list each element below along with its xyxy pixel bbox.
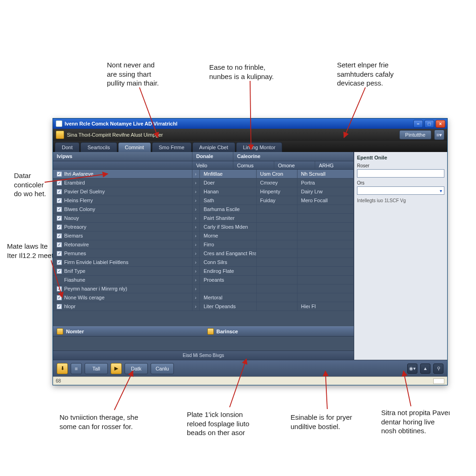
col-details[interactable]: Donale bbox=[192, 152, 233, 161]
row-name-text: Firrn Envide Liabiel Feiitlens bbox=[64, 259, 128, 265]
cell-details: Conn Silrs bbox=[200, 258, 257, 266]
titlebar[interactable]: Ivenn Rcle Comck Notamye Live AD Virratr… bbox=[53, 119, 447, 129]
cell-name: ✓Hleins Flerry bbox=[53, 196, 192, 205]
field-roser-input[interactable] bbox=[357, 169, 444, 178]
row-checkbox[interactable]: ✓ bbox=[57, 251, 62, 256]
table-row[interactable]: Fiashune›Proeants bbox=[53, 276, 354, 284]
table-row[interactable]: ✓Erambird›DoerCmxreyPortra bbox=[53, 178, 354, 187]
expand-icon[interactable]: › bbox=[192, 258, 200, 266]
cell-details: Sath bbox=[200, 196, 257, 205]
expand-icon[interactable]: › bbox=[192, 276, 200, 284]
bb-icon-1[interactable]: ⬇ bbox=[57, 363, 68, 374]
expand-icon[interactable]: › bbox=[192, 240, 200, 249]
bb-tally[interactable]: Tall bbox=[85, 363, 108, 374]
bb-icon-2[interactable]: ≡ bbox=[71, 363, 82, 374]
field-ors-input[interactable]: ▾ bbox=[357, 186, 444, 195]
table-row[interactable]: ✓Bnif Type›Endirog Flate bbox=[53, 267, 354, 276]
tab-linting-montor[interactable]: Linting Montor bbox=[236, 142, 283, 152]
table-row[interactable]: ✓Naouy›Pairt Shaniter bbox=[53, 214, 354, 223]
expand-icon[interactable]: › bbox=[192, 267, 200, 275]
expand-icon[interactable]: › bbox=[192, 170, 200, 178]
table-row[interactable]: ✓Blwes Colony›Barhurna Escile bbox=[53, 205, 354, 214]
bb-mini-2[interactable]: ▲ bbox=[420, 364, 430, 374]
table-subheader: Veilo Cornus Omone ARHG bbox=[53, 161, 354, 170]
table-row[interactable]: ✓Peymn haaner i Minrrrg nly)› bbox=[53, 284, 354, 293]
subcol-cornus[interactable]: Cornus bbox=[233, 161, 274, 169]
header-dropdown-button[interactable]: ≡▾ bbox=[434, 130, 444, 140]
row-checkbox[interactable]: ✓ bbox=[57, 180, 62, 185]
row-checkbox[interactable]: ✓ bbox=[57, 207, 62, 212]
table-row[interactable]: ✓Pavier Del Suelny›HananHinpentyDairy Lr… bbox=[53, 187, 354, 196]
bb-mini-1[interactable]: ◉▾ bbox=[407, 364, 417, 374]
table-row[interactable]: ✓Retonavire›Firro bbox=[53, 240, 354, 249]
expand-icon[interactable]: › bbox=[192, 187, 200, 196]
expand-icon[interactable]: › bbox=[192, 214, 200, 222]
section-nomter[interactable]: Nomter bbox=[53, 326, 204, 337]
row-checkbox[interactable]: ✓ bbox=[57, 198, 62, 203]
table-row[interactable]: ✓Biemars›Morne bbox=[53, 231, 354, 240]
cell-also bbox=[298, 267, 354, 275]
row-name-text: None Wils cerage bbox=[64, 295, 105, 300]
bb-cancel[interactable]: Canlu bbox=[151, 363, 174, 374]
bb-mini-3[interactable]: ⚲ bbox=[433, 364, 443, 374]
row-checkbox[interactable]: ✓ bbox=[57, 216, 62, 221]
expand-icon[interactable]: › bbox=[192, 284, 200, 293]
tab-seartocils[interactable]: Seartocils bbox=[80, 142, 117, 152]
expand-icon[interactable]: › bbox=[192, 231, 200, 240]
table-row[interactable]: ✓Pernunes›Cres and Eanganct Rratirc bbox=[53, 249, 354, 258]
subcol-arhg[interactable]: ARHG bbox=[315, 161, 354, 169]
row-checkbox[interactable]: ✓ bbox=[57, 225, 62, 230]
cell-details: Doer bbox=[200, 178, 257, 187]
row-checkbox[interactable]: ✓ bbox=[57, 172, 62, 177]
expand-icon[interactable]: › bbox=[192, 293, 200, 302]
table-row[interactable]: ✓Potreaory›Carly if Sloes Mden bbox=[53, 223, 354, 231]
table-row[interactable]: ✓Ihri Awlareve›MnfitllaeUsm CronNh Scnva… bbox=[53, 170, 354, 178]
expand-icon[interactable]: › bbox=[192, 196, 200, 205]
tab-dont[interactable]: Dont bbox=[55, 142, 79, 152]
cell-owner bbox=[257, 293, 298, 302]
row-name-text: Potreaory bbox=[64, 224, 86, 230]
table-row[interactable]: ✓Firrn Envide Liabiel Feiitlens›Conn Sil… bbox=[53, 258, 354, 267]
section-barinsce[interactable]: Barinsce bbox=[204, 326, 354, 337]
cell-owner bbox=[257, 284, 298, 293]
toolbar-title: Sina Thoıt-Compirit Revifne Alust Uimpge… bbox=[67, 132, 397, 138]
close-button[interactable]: × bbox=[436, 120, 445, 128]
expand-icon[interactable]: › bbox=[192, 249, 200, 258]
expand-icon[interactable]: › bbox=[192, 205, 200, 213]
callout-4: Datar conticoler do wo het. bbox=[14, 171, 52, 198]
row-checkbox[interactable]: ✓ bbox=[57, 242, 62, 247]
minimize-button[interactable]: – bbox=[413, 120, 423, 128]
row-checkbox[interactable]: ✓ bbox=[57, 286, 62, 291]
cell-owner: Cmxrey bbox=[257, 178, 298, 187]
row-checkbox[interactable]: ✓ bbox=[57, 260, 62, 265]
row-checkbox[interactable]: ✓ bbox=[57, 189, 62, 194]
row-name-text: Blwes Colony bbox=[64, 206, 95, 212]
expand-icon[interactable]: › bbox=[192, 302, 200, 311]
col-name[interactable]: Ivipws bbox=[53, 152, 192, 161]
row-checkbox[interactable]: ✓ bbox=[57, 304, 62, 309]
row-name-text: Erambird bbox=[64, 180, 85, 185]
tab-smo-frrme[interactable]: Smo Frrme bbox=[152, 142, 192, 152]
row-checkbox[interactable]: ✓ bbox=[57, 233, 62, 238]
header-action-button[interactable]: Pintutthe bbox=[399, 130, 431, 139]
table-row[interactable]: ✓Hleins Flerry›SathFuidayMero Focall bbox=[53, 196, 354, 205]
subcol-veilo[interactable]: Veilo bbox=[192, 161, 233, 169]
row-checkbox[interactable]: ✓ bbox=[57, 295, 62, 300]
table-row[interactable]: ✓None Wils cerage›Mertoral bbox=[53, 293, 354, 302]
section-empty-area bbox=[53, 337, 354, 350]
section-icon bbox=[57, 328, 63, 335]
row-checkbox[interactable]: ✓ bbox=[57, 269, 62, 274]
expand-icon[interactable]: › bbox=[192, 178, 200, 187]
tab-avniple-cbet[interactable]: Avniple Cbet bbox=[192, 142, 235, 152]
cell-owner bbox=[257, 249, 298, 258]
table-header: Ivipws Donale Caleorine bbox=[53, 152, 354, 161]
table-row[interactable]: ✓hlopr›Liter OpeandsHieı Fl bbox=[53, 302, 354, 311]
maximize-button[interactable]: □ bbox=[424, 120, 434, 128]
tab-comnint[interactable]: Comnint bbox=[118, 142, 151, 152]
col-owner[interactable]: Caleorine bbox=[233, 152, 354, 161]
bb-icon-3[interactable]: ▶ bbox=[111, 363, 122, 374]
bb-back[interactable]: Datk bbox=[125, 363, 148, 374]
row-name-text: Naouy bbox=[64, 215, 79, 221]
expand-icon[interactable]: › bbox=[192, 223, 200, 231]
subcol-omone[interactable]: Omone bbox=[274, 161, 315, 169]
